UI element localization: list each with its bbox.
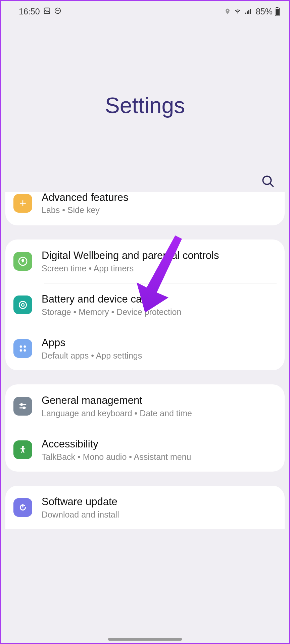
item-title: Digital Wellbeing and parental controls xyxy=(42,249,277,262)
item-subtitle: Language and keyboard • Date and time xyxy=(42,408,277,418)
settings-item-advanced-features[interactable]: Advanced features Labs • Side key xyxy=(5,192,285,225)
item-title: Battery and device care xyxy=(42,293,277,305)
item-title: General management xyxy=(42,394,277,407)
svg-rect-5 xyxy=(248,10,249,14)
item-subtitle: TalkBack • Mono audio • Assistant menu xyxy=(42,452,277,462)
item-subtitle: Default apps • App settings xyxy=(42,351,277,361)
page-title: Settings xyxy=(1,93,289,118)
settings-item-accessibility[interactable]: Accessibility TalkBack • Mono audio • As… xyxy=(5,428,285,472)
settings-item-general-management[interactable]: General management Language and keyboard… xyxy=(5,384,285,428)
svg-line-11 xyxy=(270,183,274,187)
item-subtitle: Download and install xyxy=(42,509,277,520)
settings-group: Advanced features Labs • Side key xyxy=(5,192,285,225)
settings-group: General management Language and keyboard… xyxy=(5,384,285,472)
item-title: Apps xyxy=(42,336,277,349)
accessibility-icon xyxy=(13,440,32,459)
svg-point-15 xyxy=(20,345,22,348)
svg-point-18 xyxy=(23,349,26,352)
settings-item-digital-wellbeing[interactable]: Digital Wellbeing and parental controls … xyxy=(5,239,285,283)
header: Settings xyxy=(1,22,289,174)
plus-gear-icon xyxy=(13,194,32,213)
svg-rect-9 xyxy=(276,9,279,15)
settings-group: Software update Download and install xyxy=(5,486,285,529)
signal-icon xyxy=(244,8,252,15)
svg-rect-3 xyxy=(245,13,246,14)
svg-point-10 xyxy=(263,176,271,184)
svg-rect-4 xyxy=(247,11,248,14)
svg-rect-6 xyxy=(250,9,251,14)
svg-point-17 xyxy=(20,349,22,352)
item-title: Software update xyxy=(42,495,277,508)
svg-point-22 xyxy=(23,407,25,409)
item-subtitle: Storage • Memory • Device protection xyxy=(42,307,277,317)
item-title: Accessibility xyxy=(42,438,277,450)
svg-point-23 xyxy=(22,446,24,448)
battery-percent: 85% xyxy=(256,7,273,16)
apps-icon xyxy=(13,339,32,358)
status-bar: 16:50 85% xyxy=(1,1,289,22)
wellbeing-icon xyxy=(13,252,32,271)
settings-group: Digital Wellbeing and parental controls … xyxy=(5,239,285,370)
item-title: Advanced features xyxy=(42,192,277,204)
image-icon xyxy=(43,7,51,16)
svg-point-20 xyxy=(21,404,22,406)
settings-item-battery-device-care[interactable]: Battery and device care Storage • Memory… xyxy=(5,283,285,327)
search-button[interactable] xyxy=(261,174,275,189)
battery-icon xyxy=(275,7,280,16)
item-subtitle: Labs • Side key xyxy=(42,205,277,215)
sliders-icon xyxy=(13,397,32,416)
location-icon xyxy=(224,7,231,15)
dnd-icon xyxy=(54,7,61,16)
device-care-icon xyxy=(13,296,32,314)
settings-item-apps[interactable]: Apps Default apps • App settings xyxy=(5,327,285,370)
clock-text: 16:50 xyxy=(19,7,40,16)
settings-item-software-update[interactable]: Software update Download and install xyxy=(5,486,285,529)
wifi-icon xyxy=(233,8,242,15)
gesture-bar[interactable] xyxy=(108,638,182,641)
power-cycle-icon xyxy=(13,498,32,517)
svg-point-13 xyxy=(19,301,26,308)
svg-point-14 xyxy=(21,304,24,306)
item-subtitle: Screen time • App timers xyxy=(42,263,277,273)
svg-point-16 xyxy=(23,345,26,348)
